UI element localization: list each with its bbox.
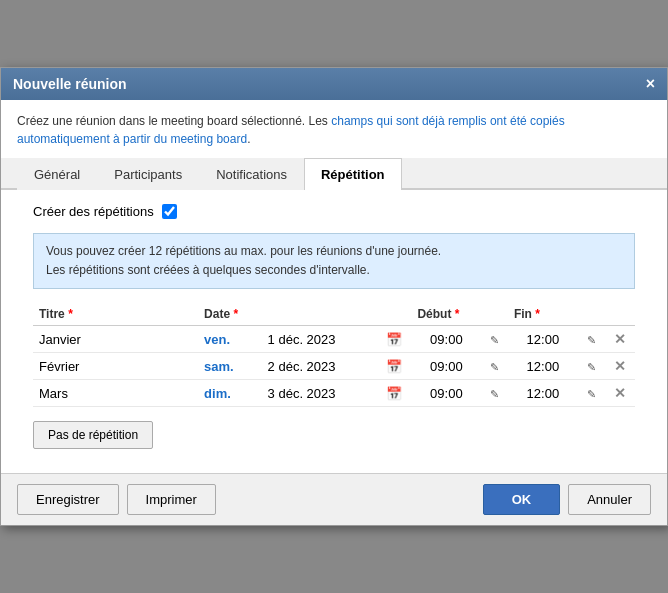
cancel-button[interactable]: Annuler [568,484,651,515]
col-header-fin: Fin * [508,303,578,326]
row-titre-1: Février [33,353,198,380]
row-date-1: 2 déc. 2023 [262,353,376,380]
row-debut-2: 09:00 [411,380,481,407]
row-date-2: 3 déc. 2023 [262,380,376,407]
edit-fin-icon-1[interactable]: ✎ [578,353,605,380]
save-button[interactable]: Enregistrer [17,484,119,515]
row-titre-0: Janvier [33,326,198,353]
row-day-0: ven. [198,326,262,353]
tabs-bar: Général Participants Notifications Répét… [1,158,667,190]
edit-fin-icon-0[interactable]: ✎ [578,326,605,353]
dialog-close-button[interactable]: × [646,76,655,92]
no-repeat-button[interactable]: Pas de répétition [33,421,153,449]
tab-repetition[interactable]: Répétition [304,158,402,190]
table-row: Janvier ven. 1 déc. 2023 📅 09:00 ✎ 12:00… [33,326,635,353]
row-titre-2: Mars [33,380,198,407]
info-text-link: champs qui sont déjà remplis ont été cop… [17,114,565,146]
col-header-date: Date * [198,303,376,326]
row-debut-0: 09:00 [411,326,481,353]
row-fin-2: 12:00 [508,380,578,407]
delete-row-button-0[interactable]: ✕ [604,326,635,353]
col-header-titre: Titre * [33,303,198,326]
edit-debut-icon-1[interactable]: ✎ [481,353,508,380]
info-box-line2: Les répétitions sont créées à quelques s… [46,261,622,280]
row-day-2: dim. [198,380,262,407]
row-fin-0: 12:00 [508,326,578,353]
row-fin-1: 12:00 [508,353,578,380]
dialog-body: Créez une réunion dans le meeting board … [1,100,667,473]
repetitions-table: Titre * Date * Début * Fin * [33,303,635,407]
delete-row-button-1[interactable]: ✕ [604,353,635,380]
edit-debut-icon-0[interactable]: ✎ [481,326,508,353]
tab-general[interactable]: Général [17,158,97,190]
calendar-icon-1[interactable]: 📅 [376,353,412,380]
dialog-title: Nouvelle réunion [13,76,127,92]
table-row: Mars dim. 3 déc. 2023 📅 09:00 ✎ 12:00 ✎ … [33,380,635,407]
row-debut-1: 09:00 [411,353,481,380]
dialog-titlebar: Nouvelle réunion × [1,68,667,100]
create-repetitions-label: Créer des répétitions [33,204,154,219]
print-button[interactable]: Imprimer [127,484,216,515]
edit-debut-icon-2[interactable]: ✎ [481,380,508,407]
info-box-line1: Vous pouvez créer 12 répétitions au max.… [46,242,622,261]
tab-notifications[interactable]: Notifications [199,158,304,190]
col-header-debut: Début * [411,303,481,326]
row-date-0: 1 déc. 2023 [262,326,376,353]
create-repetitions-row: Créer des répétitions [33,204,635,219]
info-box: Vous pouvez créer 12 répétitions au max.… [33,233,635,289]
footer-left: Enregistrer Imprimer [17,484,216,515]
calendar-icon-0[interactable]: 📅 [376,326,412,353]
dialog-window: Nouvelle réunion × Créez une réunion dan… [0,67,668,526]
tab-participants[interactable]: Participants [97,158,199,190]
calendar-icon-2[interactable]: 📅 [376,380,412,407]
create-repetitions-checkbox[interactable] [162,204,177,219]
tab-content-repetition: Créer des répétitions Vous pouvez créer … [17,190,651,473]
ok-button[interactable]: OK [483,484,561,515]
info-text: Créez une réunion dans le meeting board … [17,112,651,148]
row-day-1: sam. [198,353,262,380]
delete-row-button-2[interactable]: ✕ [604,380,635,407]
footer-right: OK Annuler [483,484,651,515]
table-row: Février sam. 2 déc. 2023 📅 09:00 ✎ 12:00… [33,353,635,380]
dialog-footer: Enregistrer Imprimer OK Annuler [1,473,667,525]
edit-fin-icon-2[interactable]: ✎ [578,380,605,407]
